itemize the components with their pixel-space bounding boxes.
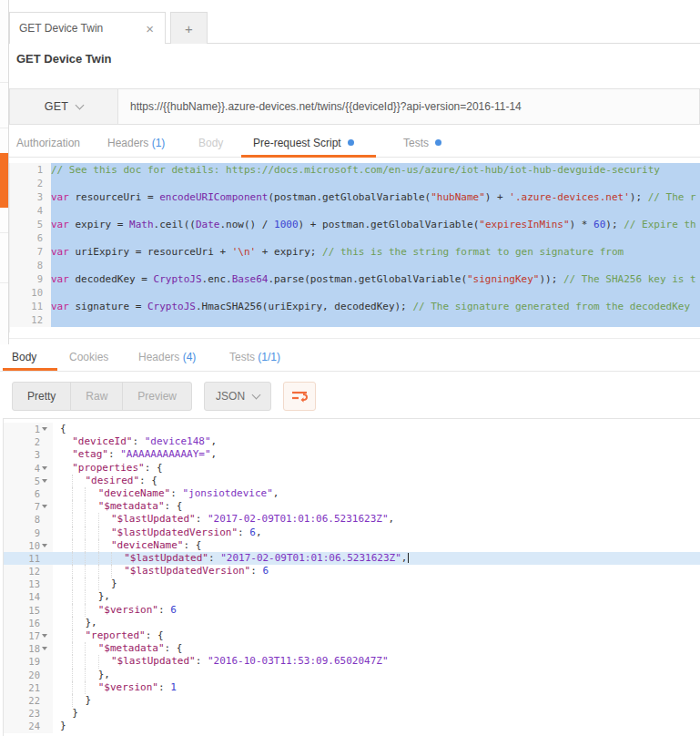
script-line[interactable]: 10: [10, 286, 700, 300]
response-line-text: "$lastUpdated": "2016-10-03T11:53:09.650…: [53, 655, 700, 668]
line-number-gutter: 8: [4, 513, 53, 526]
code-token: var: [51, 301, 69, 312]
response-line[interactable]: 2 "deviceId": "device148",: [4, 435, 700, 448]
response-line[interactable]: 16 },: [4, 617, 700, 629]
fold-arrow-icon[interactable]: [40, 466, 49, 470]
script-line[interactable]: 11var signature = CryptoJS.HmacSHA256(ur…: [10, 300, 700, 313]
code-token: .enc.: [202, 273, 232, 285]
response-line-text: "$lastUpdatedVersion": 6,: [53, 526, 700, 539]
script-line[interactable]: 6: [10, 231, 700, 245]
response-line[interactable]: 10 "deviceName": {: [4, 539, 700, 552]
tab-body-request[interactable]: Body: [198, 137, 223, 149]
response-line[interactable]: 20 },: [4, 669, 700, 681]
response-line[interactable]: 3 "etag": "AAAAAAAAAAAY=",: [4, 448, 700, 461]
response-line[interactable]: 12 "$lastUpdatedVersion": 6: [4, 565, 700, 578]
indent-guide: [85, 513, 97, 526]
preview-button[interactable]: Preview: [122, 383, 191, 410]
code-token: :: [196, 513, 208, 525]
response-line[interactable]: 15 "$version": 6: [4, 604, 700, 617]
tab-response-tests[interactable]: Tests (1/1): [229, 351, 280, 363]
tab-pre-request-script[interactable]: Pre-request Script: [253, 137, 354, 149]
script-line[interactable]: 2: [10, 177, 700, 190]
code-token: // The SHA256 key is t: [563, 273, 696, 285]
line-number: 13: [28, 578, 40, 590]
script-line[interactable]: 9var decodedKey = CryptoJS.enc.Base64.pa…: [10, 272, 700, 286]
code-token: ,: [211, 448, 218, 460]
code-token: CryptoJS: [154, 273, 202, 285]
indent-guide: [85, 526, 97, 539]
script-line[interactable]: 8: [10, 259, 700, 272]
response-line[interactable]: 11 "$lastUpdated": "2017-02-09T01:01:06.…: [4, 552, 700, 565]
tab-authorization[interactable]: Authorization: [16, 137, 80, 149]
indent-guide: [60, 539, 72, 552]
response-line[interactable]: 13 }: [4, 578, 700, 590]
response-line[interactable]: 23 }: [4, 707, 700, 720]
url-input[interactable]: https://{{hubName}}.azure-devices.net/tw…: [118, 89, 699, 124]
fold-arrow-icon[interactable]: [40, 634, 49, 638]
script-line[interactable]: 7var uriExpiry = resourceUri + '\n' + ex…: [10, 245, 700, 259]
indent-guide: [60, 500, 72, 513]
fold-arrow-icon[interactable]: [40, 647, 49, 650]
tab-response-body[interactable]: Body: [12, 351, 36, 363]
indent-guide: [60, 681, 72, 694]
response-line[interactable]: 1{: [4, 423, 700, 435]
fold-arrow-icon[interactable]: [40, 505, 49, 508]
active-tab-underline: [241, 155, 376, 158]
response-line[interactable]: 7 "$metadata": {: [4, 500, 700, 513]
response-line[interactable]: 17 "reported": {: [4, 629, 700, 642]
fold-arrow-icon[interactable]: [40, 544, 49, 547]
indent-guide: [60, 604, 72, 617]
tab-headers[interactable]: Headers (1): [107, 137, 165, 149]
response-line[interactable]: 8 "$lastUpdated": "2017-02-09T01:01:06.5…: [4, 513, 700, 526]
sidebar-divider: [0, 232, 8, 233]
modified-dot-icon: [435, 139, 441, 146]
line-number-gutter: 24: [4, 720, 53, 732]
response-line-text: "etag": "AAAAAAAAAAAY=",: [53, 448, 700, 461]
response-tabs-divider: [0, 371, 700, 372]
tab-tests[interactable]: Tests: [403, 137, 441, 149]
script-line[interactable]: 12: [10, 313, 700, 327]
new-tab-button[interactable]: +: [170, 12, 208, 44]
fold-arrow-icon[interactable]: [40, 427, 49, 431]
tab-cookies[interactable]: Cookies: [69, 351, 108, 363]
chevron-down-icon: [76, 100, 85, 109]
response-line[interactable]: 21 "$version": 1: [4, 681, 700, 694]
response-line-text: "$version": 1: [53, 681, 700, 694]
response-line[interactable]: 14 },: [4, 590, 700, 603]
response-line[interactable]: 5 "desired": {: [4, 475, 700, 487]
fold-arrow-icon[interactable]: [40, 479, 49, 483]
response-line[interactable]: 9 "$lastUpdatedVersion": 6,: [4, 526, 700, 539]
response-line-text: "reported": {: [53, 629, 700, 642]
indent-guide: [85, 552, 97, 565]
tab-get-device-twin[interactable]: GET Device Twin ×: [9, 12, 166, 44]
wrap-text-button[interactable]: [283, 382, 316, 411]
response-line[interactable]: 24}: [4, 720, 700, 732]
response-line[interactable]: 4 "properties": {: [4, 462, 700, 475]
prerequest-script-editor[interactable]: 1// See this doc for details: https://do…: [9, 163, 700, 332]
line-number: 12: [28, 565, 40, 578]
indent-guide: [111, 565, 124, 578]
code-token: // The signature generated from the deco…: [412, 301, 690, 312]
response-line[interactable]: 18 "$metadata": {: [4, 642, 700, 655]
script-line[interactable]: 3var resourceUri = encodeURIComponent(po…: [10, 190, 700, 204]
indent-guide: [60, 617, 72, 629]
code-token: "$metadata": [98, 500, 165, 512]
script-line[interactable]: 5var expiry = Math.ceil((Date.now() / 10…: [10, 218, 700, 231]
response-line-text: }: [53, 707, 700, 720]
method-dropdown[interactable]: GET: [10, 89, 118, 124]
code-token: :: [158, 604, 170, 616]
tab-response-headers[interactable]: Headers (4): [138, 351, 196, 363]
response-line[interactable]: 19 "$lastUpdated": "2016-10-03T11:53:09.…: [4, 655, 700, 668]
raw-button[interactable]: Raw: [70, 383, 122, 410]
response-line[interactable]: 6 "deviceName": "jonsiotdevice",: [4, 487, 700, 500]
line-number-gutter: 16: [4, 617, 53, 629]
line-number: 5: [10, 218, 51, 231]
response-body-viewer[interactable]: 1{2 "deviceId": "device148",3 "etag": "A…: [3, 418, 700, 736]
close-icon[interactable]: ×: [144, 21, 156, 36]
url-text: https://{{hubName}}.azure-devices.net/tw…: [130, 100, 522, 113]
script-line[interactable]: 1// See this doc for details: https://do…: [10, 163, 700, 177]
script-line[interactable]: 4: [10, 204, 700, 218]
response-line[interactable]: 22 }: [4, 694, 700, 707]
pretty-button[interactable]: Pretty: [13, 383, 70, 410]
format-dropdown[interactable]: JSON: [204, 382, 271, 411]
